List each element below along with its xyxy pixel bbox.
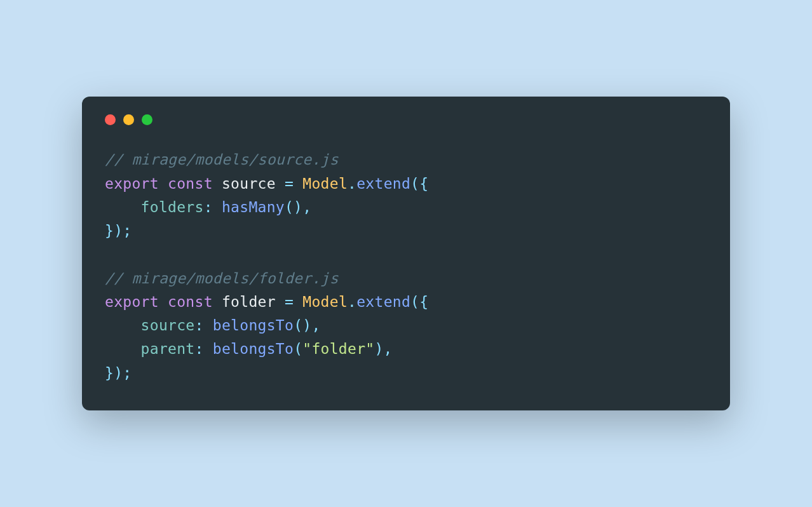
code-token xyxy=(213,199,222,215)
code-line: }); xyxy=(105,219,707,243)
code-token: . xyxy=(348,294,356,310)
code-token: ( xyxy=(294,341,302,357)
code-token: source xyxy=(141,317,195,334)
maximize-icon[interactable] xyxy=(142,114,152,125)
code-token: belongsTo xyxy=(213,317,294,334)
minimize-icon[interactable] xyxy=(123,114,134,125)
code-token: source xyxy=(213,175,285,192)
code-token: // mirage/models/source.js xyxy=(105,151,339,168)
close-icon[interactable] xyxy=(105,114,116,125)
code-token xyxy=(294,175,302,192)
code-token xyxy=(159,294,168,310)
code-line: folders: hasMany(), xyxy=(105,196,707,219)
code-token xyxy=(105,341,141,357)
code-token: export xyxy=(105,294,159,310)
code-token: const xyxy=(168,294,213,310)
code-token: extend xyxy=(356,175,410,192)
window-controls xyxy=(105,114,707,125)
code-token xyxy=(159,175,168,192)
code-token: = xyxy=(285,294,294,310)
code-token xyxy=(204,317,213,334)
code-token: // mirage/models/folder.js xyxy=(105,270,339,287)
code-token xyxy=(204,341,213,357)
code-token: = xyxy=(285,175,294,192)
code-token: (), xyxy=(294,317,320,334)
code-token: . xyxy=(348,175,356,192)
code-token: export xyxy=(105,175,159,192)
code-token: Model xyxy=(302,175,348,192)
code-token: folder xyxy=(213,294,285,310)
code-token: }); xyxy=(105,222,132,239)
code-token: : xyxy=(194,341,203,357)
code-token: : xyxy=(194,317,203,334)
code-token: Model xyxy=(302,294,348,310)
code-token: ({ xyxy=(410,294,428,310)
code-token: const xyxy=(168,175,213,192)
code-line: // mirage/models/folder.js xyxy=(105,267,707,290)
code-line: source: belongsTo(), xyxy=(105,314,707,337)
code-token xyxy=(105,317,141,334)
code-line: // mirage/models/source.js xyxy=(105,148,707,172)
code-block: // mirage/models/source.jsexport const s… xyxy=(105,148,707,385)
code-token: folders xyxy=(141,199,204,215)
code-token: hasMany xyxy=(222,199,285,215)
code-token: extend xyxy=(356,294,410,310)
code-window: // mirage/models/source.jsexport const s… xyxy=(82,97,730,410)
code-token: belongsTo xyxy=(213,341,294,357)
code-line xyxy=(105,243,707,266)
code-token: ), xyxy=(374,341,392,357)
code-token: : xyxy=(204,199,213,215)
code-line: export const folder = Model.extend({ xyxy=(105,290,707,314)
code-token: (), xyxy=(285,199,311,215)
code-line: parent: belongsTo("folder"), xyxy=(105,337,707,361)
code-token: }); xyxy=(105,365,132,381)
code-token xyxy=(105,199,141,215)
code-token: parent xyxy=(141,341,195,357)
code-token xyxy=(294,294,302,310)
code-token: ({ xyxy=(410,175,428,192)
code-line: }); xyxy=(105,362,707,385)
code-line: export const source = Model.extend({ xyxy=(105,172,707,196)
code-token: "folder" xyxy=(302,341,374,357)
